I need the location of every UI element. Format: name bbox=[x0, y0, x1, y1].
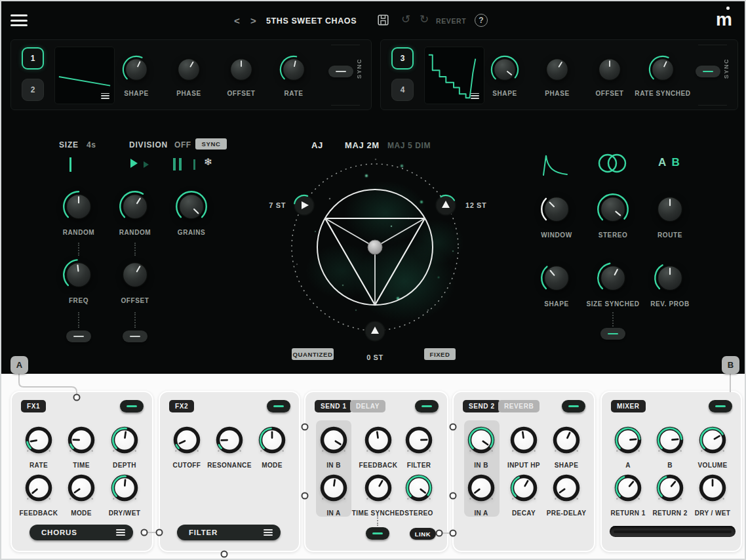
lfo-waveform-display[interactable] bbox=[424, 47, 484, 104]
in-b-knob[interactable] bbox=[463, 422, 499, 458]
feedback-knob[interactable] bbox=[21, 470, 56, 506]
time-synced-knob[interactable] bbox=[361, 470, 396, 506]
rate-knob[interactable] bbox=[279, 54, 309, 85]
routing-b-badge[interactable]: B bbox=[722, 356, 739, 374]
lfo-tab-1[interactable]: 1 bbox=[22, 47, 44, 70]
pause-bar-icon[interactable] bbox=[173, 158, 176, 170]
routing-a-badge[interactable]: A bbox=[10, 356, 28, 374]
chord-option-selected[interactable]: MAJ 2M bbox=[345, 140, 380, 150]
play-forward-icon[interactable] bbox=[130, 159, 138, 168]
shape-knob[interactable] bbox=[490, 54, 520, 85]
bar-icon[interactable] bbox=[193, 159, 195, 170]
wheel-bottom-handle[interactable] bbox=[365, 321, 385, 341]
lfo-tab-4[interactable]: 4 bbox=[391, 79, 414, 101]
fixed-button[interactable]: FIXED bbox=[424, 348, 456, 360]
revert-button[interactable]: REVERT bbox=[436, 17, 466, 25]
cutoff-knob[interactable] bbox=[169, 422, 205, 458]
play-dim-icon[interactable] bbox=[144, 161, 149, 168]
wheel-center-handle[interactable] bbox=[368, 240, 382, 254]
wheel-left-handle[interactable] bbox=[294, 195, 314, 215]
offset-knob[interactable] bbox=[226, 54, 256, 85]
undo-icon[interactable]: ↺ bbox=[401, 14, 410, 25]
offset-knob[interactable] bbox=[595, 54, 625, 85]
dry-wet-knob[interactable] bbox=[107, 470, 142, 506]
time-knob[interactable] bbox=[64, 422, 99, 458]
feedback-knob[interactable] bbox=[361, 422, 396, 458]
random-knob[interactable] bbox=[62, 190, 96, 224]
size-synced-knob[interactable] bbox=[596, 261, 630, 295]
chord-option[interactable]: MAJ 5 DIM bbox=[387, 141, 431, 150]
freq-knob[interactable] bbox=[62, 258, 96, 292]
input-hp-knob[interactable] bbox=[506, 422, 541, 458]
shape-knob[interactable] bbox=[540, 261, 574, 295]
next-preset-arrow[interactable]: > bbox=[250, 15, 256, 26]
save-icon[interactable] bbox=[378, 14, 389, 26]
send1-power-toggle[interactable] bbox=[415, 400, 439, 412]
send2-badge[interactable]: SEND 2 bbox=[463, 400, 501, 412]
fx1-type-selector[interactable]: CHORUS bbox=[29, 525, 133, 540]
lfo-tab-2[interactable]: 2 bbox=[22, 79, 44, 101]
division-sync-button[interactable]: SYNC bbox=[195, 138, 227, 150]
fx2-type-selector[interactable]: FILTER bbox=[177, 525, 281, 540]
resonance-knob[interactable] bbox=[212, 422, 247, 458]
decay-knob[interactable] bbox=[506, 470, 541, 506]
size-sync-toggle[interactable] bbox=[600, 328, 625, 340]
pre-delay-knob[interactable] bbox=[549, 470, 584, 506]
menu-icon[interactable] bbox=[10, 14, 28, 26]
send1-type-badge[interactable]: DELAY bbox=[350, 400, 385, 412]
rev-prob-knob[interactable] bbox=[653, 261, 687, 295]
offset-knob[interactable] bbox=[118, 258, 152, 292]
random-knob[interactable] bbox=[118, 190, 152, 224]
ab-route-display[interactable]: A B bbox=[658, 156, 681, 169]
depth-knob[interactable] bbox=[107, 422, 142, 458]
chord-option[interactable]: AJ bbox=[311, 140, 323, 150]
rate-knob[interactable] bbox=[21, 422, 56, 458]
wheel-right-handle[interactable] bbox=[436, 195, 456, 215]
return-1-knob[interactable] bbox=[610, 470, 646, 506]
fx2-badge[interactable]: FX2 bbox=[169, 400, 194, 412]
time-sync-toggle[interactable] bbox=[366, 527, 389, 540]
in-a-knob[interactable] bbox=[316, 470, 351, 506]
preset-title[interactable]: 5THS SWEET CHAOS bbox=[266, 16, 357, 26]
freeze-icon[interactable]: ❄ bbox=[204, 156, 212, 168]
fx2-power-toggle[interactable] bbox=[267, 400, 290, 412]
window-knob[interactable] bbox=[540, 192, 574, 226]
mode-knob[interactable] bbox=[64, 470, 99, 506]
route-knob[interactable] bbox=[653, 192, 687, 226]
phase-knob[interactable] bbox=[174, 54, 204, 85]
return-2-knob[interactable] bbox=[652, 470, 688, 506]
volume-knob[interactable] bbox=[695, 422, 730, 458]
sync-toggle[interactable] bbox=[328, 66, 353, 77]
phase-knob[interactable] bbox=[542, 54, 572, 85]
pause-bar-icon[interactable] bbox=[179, 158, 182, 170]
mix-b-knob[interactable] bbox=[652, 422, 688, 458]
in-a-knob[interactable] bbox=[463, 470, 499, 506]
mode-knob[interactable] bbox=[254, 422, 290, 458]
division-value[interactable]: OFF bbox=[174, 140, 191, 150]
offset-sync-toggle[interactable] bbox=[123, 330, 147, 342]
quantized-button[interactable]: QUANTIZED bbox=[292, 348, 334, 360]
send1-badge[interactable]: SEND 1 bbox=[315, 400, 353, 412]
mixer-badge[interactable]: MIXER bbox=[611, 400, 646, 412]
shape-knob[interactable] bbox=[549, 422, 584, 458]
mix-a-knob[interactable] bbox=[610, 422, 646, 458]
size-slider-tick[interactable] bbox=[69, 157, 71, 172]
overlap-circles-icon[interactable] bbox=[597, 152, 628, 174]
stereo-knob[interactable] bbox=[401, 470, 437, 506]
rate-synced-knob[interactable] bbox=[648, 54, 678, 85]
shape-knob[interactable] bbox=[121, 54, 151, 85]
mixer-power-toggle[interactable] bbox=[709, 400, 732, 412]
dry-wet-knob[interactable] bbox=[695, 470, 730, 506]
send2-power-toggle[interactable] bbox=[562, 400, 585, 412]
mixer-slider[interactable] bbox=[610, 526, 736, 537]
in-b-knob[interactable] bbox=[316, 422, 351, 458]
lfo-waveform-display[interactable] bbox=[54, 47, 115, 104]
freq-sync-toggle[interactable] bbox=[66, 330, 91, 342]
send2-type-badge[interactable]: REVERB bbox=[498, 400, 540, 412]
fx1-badge[interactable]: FX1 bbox=[21, 400, 46, 412]
redo-icon[interactable]: ↻ bbox=[420, 14, 429, 25]
help-icon[interactable]: ? bbox=[475, 14, 488, 27]
sync-toggle[interactable] bbox=[696, 66, 720, 77]
filter-knob[interactable] bbox=[401, 422, 437, 458]
fx1-power-toggle[interactable] bbox=[120, 400, 144, 412]
